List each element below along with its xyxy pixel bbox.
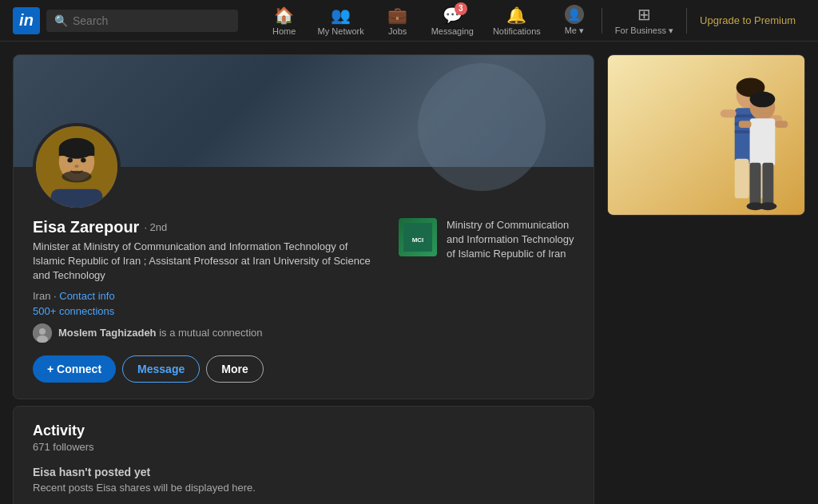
svg-rect-29 — [750, 118, 776, 166]
search-bar[interactable]: 🔍 — [46, 10, 238, 32]
nav-item-network[interactable]: 👥 My Network — [308, 0, 374, 42]
nav-label-messaging: Messaging — [431, 26, 474, 36]
notifications-icon: 🔔 — [506, 6, 526, 25]
svg-rect-3 — [59, 149, 95, 156]
right-sidebar: See who's hiring on LinkedIn. — [607, 54, 805, 504]
profile-name: Eisa Zarepour · 2nd — [33, 218, 383, 236]
connect-button[interactable]: + Connect — [33, 355, 116, 383]
profile-info: Eisa Zarepour · 2nd Minister at Ministry… — [14, 167, 594, 399]
contact-info-link[interactable]: Contact info — [59, 290, 114, 302]
jobs-icon: 💼 — [387, 6, 407, 25]
svg-rect-21 — [735, 159, 749, 199]
banner-decoration-2 — [434, 79, 514, 159]
profile-card: Eisa Zarepour · 2nd Minister at Ministry… — [13, 54, 594, 399]
nav-item-for-business[interactable]: ⊞ For Business ▾ — [606, 0, 683, 42]
connection-degree-badge: · 2nd — [144, 221, 167, 233]
svg-text:MCI: MCI — [412, 236, 424, 244]
company-logo-image: MCI — [399, 218, 437, 256]
nav-item-home[interactable]: 🏠 Home — [260, 0, 308, 42]
activity-empty-state: Eisa hasn't posted yet Recent posts Eisa… — [33, 466, 574, 494]
company-name[interactable]: Ministry of Communication and Informatio… — [447, 218, 574, 262]
mutual-avatar — [33, 323, 52, 343]
svg-rect-30 — [750, 163, 761, 207]
nav-label-me: Me ▾ — [565, 26, 584, 36]
activity-title: Activity — [33, 423, 574, 439]
content-area: Eisa Zarepour · 2nd Minister at Ministry… — [13, 54, 594, 504]
linkedin-logo[interactable]: in — [13, 7, 40, 34]
nav-item-jobs[interactable]: 💼 Jobs — [374, 0, 422, 42]
home-icon: 🏠 — [274, 6, 294, 25]
profile-location: Iran · Contact info — [33, 290, 383, 302]
message-button[interactable]: Message — [122, 355, 200, 383]
nav-label-business: For Business ▾ — [615, 26, 673, 36]
mutual-avatar-img — [33, 323, 52, 343]
more-button[interactable]: More — [206, 355, 263, 383]
activity-followers: 671 followers — [33, 441, 574, 453]
profile-banner — [14, 55, 594, 167]
mutual-connection-text: Moslem Taghizadeh is a mutual connection — [58, 327, 263, 339]
ad-image: See who's hiring on LinkedIn. — [608, 55, 804, 215]
connections-count[interactable]: 500+ connections — [33, 305, 383, 317]
svg-point-28 — [750, 91, 776, 107]
nav-items: 🏠 Home 👥 My Network 💼 Jobs 💬 3 Messaging… — [260, 0, 805, 42]
grid-icon: ⊞ — [637, 5, 651, 24]
profile-actions: + Connect Message More — [33, 355, 383, 383]
profile-headline: Minister at Ministry of Communication an… — [33, 240, 383, 284]
activity-empty-title: Eisa hasn't posted yet — [33, 466, 574, 478]
upgrade-button[interactable]: Upgrade to Premium — [690, 14, 805, 27]
svg-point-5 — [81, 158, 85, 163]
nav-label-home: Home — [272, 26, 296, 36]
svg-rect-34 — [739, 121, 752, 128]
nav-label-network: My Network — [318, 26, 364, 36]
svg-point-4 — [67, 158, 72, 163]
company-logo-svg: MCI — [403, 223, 432, 252]
me-avatar: 👤 — [565, 5, 584, 24]
nav-item-notifications[interactable]: 🔔 Notifications — [483, 0, 550, 42]
search-input[interactable] — [73, 14, 230, 27]
nav-item-me[interactable]: 👤 Me ▾ — [550, 0, 598, 42]
messaging-badge: 3 — [455, 2, 467, 15]
activity-empty-text: Recent posts Eisa shares will be display… — [33, 482, 574, 494]
ad-illustration — [608, 55, 804, 215]
nav-divider — [602, 8, 602, 34]
svg-point-10 — [39, 328, 46, 335]
svg-rect-31 — [762, 163, 773, 207]
search-icon: 🔍 — [54, 14, 68, 27]
nav-divider2 — [686, 8, 687, 34]
nav-label-jobs: Jobs — [388, 26, 407, 36]
profile-top-row: Eisa Zarepour · 2nd Minister at Ministry… — [33, 218, 574, 383]
messaging-icon: 💬 3 — [443, 6, 463, 25]
svg-rect-25 — [721, 109, 737, 117]
main-layout: Eisa Zarepour · 2nd Minister at Ministry… — [0, 42, 818, 504]
svg-rect-35 — [775, 121, 788, 128]
network-icon: 👥 — [331, 6, 351, 25]
profile-name-section: Eisa Zarepour · 2nd Minister at Ministry… — [33, 218, 383, 383]
nav-item-messaging[interactable]: 💬 3 Messaging — [422, 0, 483, 42]
navbar: in 🔍 🏠 Home 👥 My Network 💼 Jobs 💬 3 Mess… — [0, 0, 818, 42]
svg-point-33 — [759, 202, 776, 210]
ad-card: See who's hiring on LinkedIn. — [607, 54, 805, 216]
activity-card: Activity 671 followers Eisa hasn't poste… — [13, 406, 594, 504]
company-section: MCI Ministry of Communication and Inform… — [399, 218, 574, 262]
mutual-connection: Moslem Taghizadeh is a mutual connection — [33, 323, 383, 343]
nav-label-notifications: Notifications — [493, 26, 541, 36]
company-logo[interactable]: MCI — [399, 218, 437, 256]
